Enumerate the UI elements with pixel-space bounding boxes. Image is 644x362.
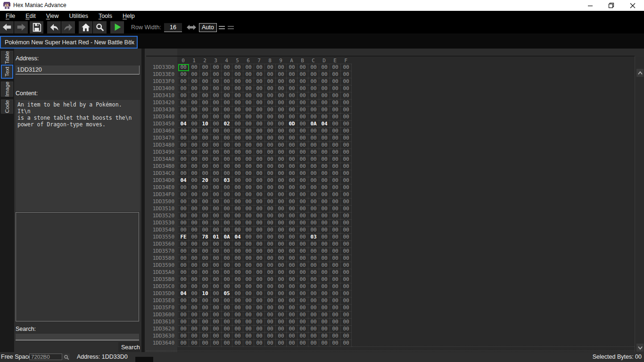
hex-cell[interactable]: 00 [287,248,297,255]
menu-item-tools[interactable]: Tools [94,11,117,21]
hex-cell[interactable]: 00 [178,255,189,262]
hex-cell[interactable]: 00 [265,78,276,85]
hex-cell[interactable]: 00 [297,78,308,85]
hex-cell[interactable]: 00 [232,184,243,191]
hex-cell[interactable]: 00 [200,326,211,333]
hex-cell[interactable]: 00 [232,213,243,220]
hex-cell[interactable]: 00 [232,276,243,283]
hex-cell[interactable]: 00 [222,71,232,78]
hex-cell[interactable]: 00 [276,248,287,255]
hex-cell[interactable]: 00 [297,128,308,135]
hex-cell[interactable]: 00 [178,71,189,78]
hex-cell[interactable]: 00 [211,297,222,304]
hex-cell[interactable]: 00 [189,333,200,340]
hex-cell[interactable]: 0A [222,234,232,241]
hex-cell[interactable]: 00 [211,114,222,121]
hex-cell[interactable]: 00 [276,78,287,85]
hex-cell[interactable]: 00 [211,248,222,255]
hex-cell[interactable]: 00 [308,149,319,156]
hex-cell[interactable]: 00 [232,99,243,107]
hex-cell[interactable]: 00 [308,290,319,297]
hex-cell[interactable]: 00 [341,340,352,347]
hex-cell[interactable]: 00 [308,213,319,220]
hex-cell[interactable]: 00 [330,234,341,241]
search-button[interactable]: Search [118,342,140,352]
hex-cell[interactable]: 00 [254,78,265,85]
hex-cell[interactable]: 00 [276,184,287,191]
menu-item-utilities[interactable]: Utilities [65,11,93,21]
hex-cell[interactable]: 00 [200,248,211,255]
hex-cell[interactable]: 00 [254,184,265,191]
hex-cell[interactable]: 00 [287,135,297,142]
hex-cell[interactable]: 00 [232,227,243,234]
hex-cell[interactable]: 00 [222,198,232,206]
hex-cell[interactable]: 00 [330,206,341,213]
hex-cell[interactable]: 00 [222,241,232,248]
hex-cell[interactable]: 00 [200,283,211,290]
hex-cell[interactable]: 00 [308,220,319,227]
hex-cell[interactable]: 00 [222,326,232,333]
hex-cell[interactable]: 00 [341,227,352,234]
hex-cell[interactable]: 00 [189,92,200,99]
hex-cell[interactable]: 00 [287,107,297,114]
hex-cell[interactable]: 00 [341,149,352,156]
hex-cell[interactable]: 00 [254,333,265,340]
hex-cell[interactable]: 00 [287,149,297,156]
hex-cell[interactable]: 00 [189,107,200,114]
redo-button[interactable] [61,21,75,33]
hex-cell[interactable]: 00 [265,107,276,114]
hex-cell[interactable]: 00 [308,114,319,121]
hex-cell[interactable]: 00 [297,184,308,191]
hex-cell[interactable]: 00 [254,99,265,107]
hex-cell[interactable]: 00 [308,326,319,333]
hex-cell[interactable]: 00 [287,262,297,269]
hex-cell[interactable]: 00 [265,99,276,107]
hex-cell[interactable]: 00 [297,206,308,213]
content-textarea[interactable]: An item to be held by a Pokémon. It\n is… [16,100,140,211]
hex-cell[interactable]: 05 [222,290,232,297]
hex-cell[interactable]: 00 [319,85,330,92]
hex-cell[interactable]: 00 [319,213,330,220]
hex-cell[interactable]: 00 [254,170,265,177]
hex-cell[interactable]: 00 [222,85,232,92]
hex-cell[interactable]: 00 [341,248,352,255]
hex-cell[interactable]: 00 [243,114,254,121]
hex-cell[interactable]: 00 [243,64,254,71]
hex-cell[interactable]: 00 [319,206,330,213]
hex-cell[interactable]: 00 [200,149,211,156]
hex-cell[interactable]: 00 [265,149,276,156]
hex-cell[interactable]: 00 [276,128,287,135]
hex-cell[interactable]: 00 [330,78,341,85]
hex-cell[interactable]: 00 [265,184,276,191]
hex-cell[interactable]: 00 [276,85,287,92]
hex-cell[interactable]: 00 [200,128,211,135]
hex-cell[interactable]: 00 [319,78,330,85]
hex-cell[interactable]: 00 [276,340,287,347]
hex-cell[interactable]: 00 [287,156,297,163]
hex-cell[interactable]: 00 [200,333,211,340]
hex-cell[interactable]: 00 [330,184,341,191]
hex-cell[interactable]: 00 [287,71,297,78]
hex-cell[interactable]: 00 [232,85,243,92]
hex-cell[interactable]: 00 [189,262,200,269]
hex-cell[interactable]: 00 [341,114,352,121]
hex-cell[interactable]: 00 [287,64,297,71]
hex-cell[interactable]: 00 [200,184,211,191]
hex-cell[interactable]: 00 [254,312,265,319]
hex-cell[interactable]: 00 [341,184,352,191]
hex-cell[interactable]: 00 [243,234,254,241]
hex-cell[interactable]: 00 [308,297,319,304]
single-stream-layout-icon[interactable] [219,24,226,31]
hex-cell[interactable]: 00 [276,213,287,220]
hex-cell[interactable]: 00 [200,64,211,71]
hex-cell[interactable]: 00 [308,262,319,269]
hex-cell[interactable]: 00 [200,78,211,85]
hex-cell[interactable]: 00 [297,340,308,347]
hex-cell[interactable]: 00 [265,234,276,241]
hex-cell[interactable]: 00 [265,191,276,198]
hex-cell[interactable]: 00 [330,340,341,347]
hex-cell[interactable]: 00 [178,64,189,71]
hex-cell[interactable]: 00 [232,340,243,347]
hex-cell[interactable]: 00 [330,128,341,135]
hex-cell[interactable]: 00 [243,269,254,276]
